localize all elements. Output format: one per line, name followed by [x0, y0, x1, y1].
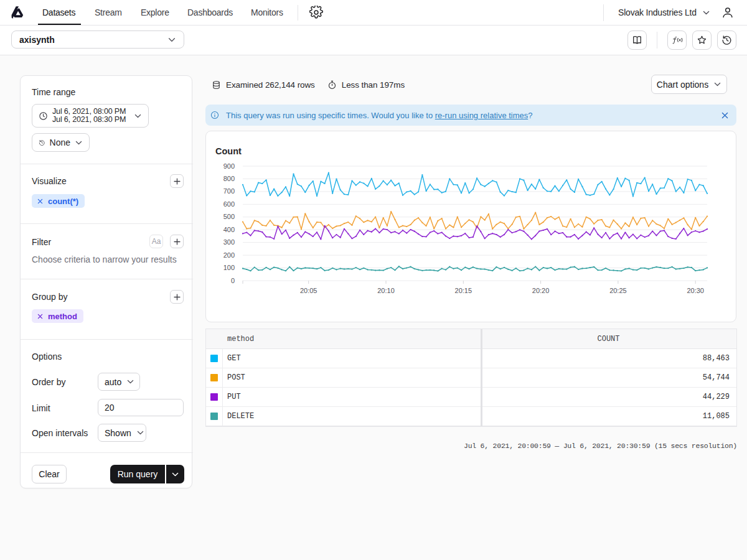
tab-explore[interactable]: Explore [141, 0, 169, 25]
time-range-note: Jul 6, 2021, 20:00:59 — Jul 6, 2021, 20:… [205, 442, 737, 450]
time-range-value: Jul 6, 2021, 08:00 PM Jul 6, 2021, 08:30… [52, 108, 129, 124]
banner-close-icon[interactable] [721, 111, 729, 119]
case-sensitivity-button[interactable]: Aa [149, 235, 163, 248]
svg-text:20:30: 20:30 [687, 287, 704, 294]
axiom-logo-icon[interactable] [10, 6, 24, 19]
visualize-chip-count[interactable]: count(*) [32, 194, 85, 208]
case-sensitivity-label: Aa [152, 237, 161, 246]
clock-icon [39, 111, 48, 121]
chip-label: method [48, 312, 77, 321]
time-range-select[interactable]: Jul 6, 2021, 08:00 PM Jul 6, 2021, 08:30… [32, 104, 149, 128]
count-cell: 44,229 [481, 388, 736, 406]
column-resize-handle[interactable] [481, 329, 482, 426]
query-history-button[interactable] [717, 30, 736, 50]
query-stats: Examined 262,144 rows Less than 197ms [212, 76, 405, 93]
group-by-label: Group by [32, 292, 68, 302]
series-swatch-cell [206, 368, 223, 387]
timeseries-chart[interactable]: 010020030040050060070080090020:0520:1020… [206, 131, 736, 322]
count-cell: 54,744 [481, 368, 736, 387]
series-swatch-cell [206, 407, 223, 426]
query-builder-panel: Time range Jul 6, 2021, 08:00 PM Jul 6, … [20, 75, 192, 488]
star-icon [697, 35, 707, 45]
options-label: Options [32, 352, 62, 362]
group-by-chip-method[interactable]: method [32, 309, 83, 323]
remove-chip-icon[interactable] [37, 198, 44, 205]
org-switcher[interactable]: Slovak Industries Ltd [618, 0, 710, 25]
add-filter-button[interactable] [170, 235, 184, 248]
table-body: GET88,463POST54,744PUT44,229DELETE11,085 [206, 349, 736, 426]
run-query-menu-button[interactable] [166, 465, 184, 483]
docs-book-button[interactable] [627, 30, 647, 50]
table-row-delete[interactable]: DELETE11,085 [206, 407, 736, 426]
starred-button[interactable] [692, 30, 712, 50]
chevron-down-icon [75, 139, 83, 147]
table-row-post[interactable]: POST54,744 [206, 368, 736, 388]
chevron-down-icon [702, 9, 710, 17]
column-header-method[interactable]: method [206, 329, 481, 348]
table-header-row: method COUNT [206, 329, 736, 349]
table-row-put[interactable]: PUT44,229 [206, 388, 736, 407]
book-icon [632, 35, 642, 45]
svg-text:500: 500 [223, 213, 235, 220]
series-color-swatch [210, 374, 218, 381]
info-icon [210, 111, 219, 119]
user-profile-icon[interactable] [721, 6, 735, 19]
svg-text:700: 700 [223, 187, 235, 195]
svg-text:20:10: 20:10 [377, 287, 395, 294]
chart-title: Count [215, 146, 242, 156]
table-row-get[interactable]: GET88,463 [206, 349, 736, 368]
clear-button[interactable]: Clear [32, 465, 67, 483]
series-swatch-cell [206, 349, 223, 368]
tab-monitors[interactable]: Monitors [251, 0, 283, 25]
limit-input[interactable] [98, 399, 184, 416]
svg-text:20:25: 20:25 [609, 287, 627, 294]
chevron-down-icon [713, 80, 721, 88]
series-swatch-cell [206, 388, 223, 406]
chart-options-button[interactable]: Chart options [651, 75, 727, 94]
relative-time-banner: This query was run using specific times.… [205, 105, 736, 126]
open-intervals-select[interactable]: Shown [98, 424, 146, 442]
dataset-toolbar: axisynth [0, 26, 747, 55]
add-group-by-button[interactable] [170, 290, 184, 304]
results-table: method COUNT GET88,463POST54,744PUT44,22… [205, 329, 737, 427]
svg-text:200: 200 [223, 251, 235, 259]
column-header-count[interactable]: COUNT [481, 329, 736, 348]
svg-text:20:20: 20:20 [532, 287, 550, 294]
dataset-select[interactable]: axisynth [11, 30, 184, 49]
series-color-swatch [210, 393, 218, 401]
visualize-label: Visualize [32, 176, 67, 186]
filter-label: Filter [32, 237, 51, 247]
section-divider [21, 279, 193, 279]
examined-rows: Examined 262,144 rows [226, 80, 315, 90]
open-intervals-label: Open intervals [32, 428, 88, 438]
chart-card: Count 010020030040050060070080090020:052… [205, 131, 736, 322]
svg-text:400: 400 [223, 226, 235, 233]
tab-stream[interactable]: Stream [95, 0, 122, 25]
series-color-swatch [210, 413, 218, 420]
plus-icon [173, 177, 181, 185]
query-duration: Less than 197ms [342, 80, 405, 90]
tab-datasets[interactable]: Datasets [42, 0, 75, 25]
section-divider [21, 339, 193, 340]
dataset-name: axisynth [19, 35, 167, 45]
top-nav: DatasetsStreamExploreDashboardsMonitors … [0, 0, 747, 26]
limit-label: Limit [32, 403, 50, 413]
chevron-down-icon [171, 470, 179, 478]
chevron-down-icon [167, 35, 176, 44]
filter-hint: Choose criteria to narrow your results [32, 254, 177, 264]
svg-text:100: 100 [223, 264, 235, 271]
nav-divider-right [603, 4, 604, 21]
order-by-select[interactable]: auto [98, 373, 140, 391]
run-query-button[interactable]: Run query [110, 465, 165, 483]
order-by-label: Order by [32, 377, 65, 387]
time-range-label: Time range [32, 87, 75, 97]
tab-dashboards[interactable]: Dashboards [187, 0, 233, 25]
compare-against-select[interactable]: None [32, 133, 90, 152]
add-visualization-button[interactable] [170, 174, 184, 188]
section-divider [21, 223, 193, 224]
virtual-fields-button[interactable] [667, 30, 687, 50]
svg-text:300: 300 [223, 238, 235, 246]
settings-gear-icon[interactable] [309, 6, 323, 19]
rerun-relative-link[interactable]: re-run using relative times [435, 111, 529, 120]
remove-chip-icon[interactable] [37, 313, 44, 320]
